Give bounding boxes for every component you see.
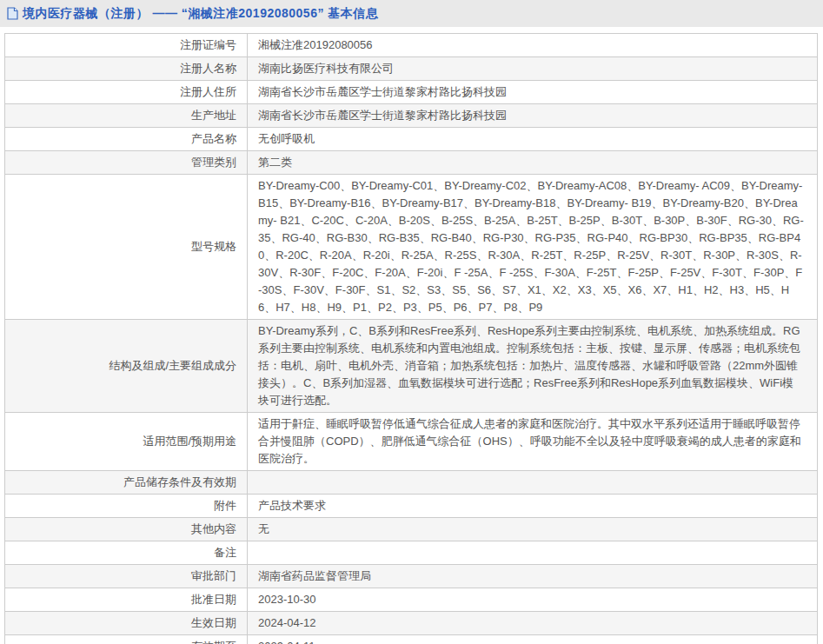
row-label: 其他内容 [191,522,236,535]
row-label-cell: 结构及组成/主要组成成分 [5,320,248,413]
row-value: 湖南比扬医疗科技有限公司 [258,62,394,75]
row-value-cell [248,471,818,495]
row-value-cell: 产品技术要求 [248,495,818,518]
row-value-cell: BY-Dreamy-C00、BY-Dreamy-C01、BY-Dreamy-C0… [248,175,818,320]
row-value-cell: 湘械注准20192080056 [248,34,818,57]
row-label: 注册证编号 [180,38,236,51]
row-label-cell: 产品储存条件及有效期 [5,471,248,495]
row-label: 备注 [214,546,236,559]
table-row: 注册人名称湖南比扬医疗科技有限公司 [5,57,818,81]
row-value: 适用于鼾症、睡眠呼吸暂停低通气综合征成人患者的家庭和医院治疗。其中双水平系列还适… [258,417,801,465]
row-value-cell: BY-Dreamy系列，C、B系列和ResFree系列、ResHope系列主要由… [248,320,818,413]
table-row: 产品名称无创呼吸机 [5,128,818,151]
table-row: 型号规格BY-Dreamy-C00、BY-Dreamy-C01、BY-Dream… [5,175,818,320]
row-value-cell: 湖南省长沙市岳麓区学士街道黎家村路比扬科技园 [248,104,818,128]
row-label-cell: 适用范围/预期用途 [5,413,248,471]
row-label: 管理类别 [191,156,236,169]
row-value-cell: 2024-04-12 [248,612,818,635]
row-value: 无 [258,522,269,535]
row-value-cell: 2029-04-11 [248,635,818,644]
row-label: 批准日期 [191,593,236,606]
page-header: 境内医疗器械（注册） —— “湘械注准20192080056” 基本信息 [0,0,823,27]
registration-info-page: 境内医疗器械（注册） —— “湘械注准20192080056” 基本信息 注册证… [0,0,823,644]
row-label: 产品储存条件及有效期 [123,475,236,488]
row-label: 适用范围/预期用途 [143,435,236,448]
row-value: 2024-04-12 [258,616,316,629]
row-label: 注册人名称 [180,62,236,75]
row-value: 湘械注准20192080056 [258,38,373,51]
row-label-cell: 注册人名称 [5,57,248,81]
row-value-cell: 湖南比扬医疗科技有限公司 [248,57,818,81]
row-value-cell: 第二类 [248,151,818,175]
table-row: 注册人住所湖南省长沙市岳麓区学士街道黎家村路比扬科技园 [5,81,818,104]
row-value-cell: 2023-10-30 [248,588,818,612]
table-row: 其他内容无 [5,518,818,541]
table-body: 注册证编号湘械注准20192080056注册人名称湖南比扬医疗科技有限公司注册人… [5,34,818,644]
row-label-cell: 其他内容 [5,518,248,541]
row-value: 湖南省药品监督管理局 [258,569,371,582]
row-label: 生产地址 [191,109,236,122]
row-label-cell: 批准日期 [5,588,248,612]
row-label-cell: 注册人住所 [5,81,248,104]
document-icon [7,7,18,20]
row-label: 有效期至 [191,640,236,644]
row-label-cell: 备注 [5,541,248,565]
row-value: BY-Dreamy系列，C、B系列和ResFree系列、ResHope系列主要由… [258,324,800,407]
row-label-cell: 注册证编号 [5,34,248,57]
table-row: 备注 [5,541,818,565]
table-row: 附件产品技术要求 [5,495,818,518]
table-row: 注册证编号湘械注准20192080056 [5,34,818,57]
row-value: 湖南省长沙市岳麓区学士街道黎家村路比扬科技园 [258,109,507,122]
row-label-cell: 审批部门 [5,565,248,588]
row-value: 第二类 [258,156,292,169]
row-label: 审批部门 [191,569,236,582]
row-value: BY-Dreamy-C00、BY-Dreamy-C01、BY-Dreamy-C0… [258,179,804,314]
row-value-cell: 无 [248,518,818,541]
row-label: 生效日期 [191,616,236,629]
row-label: 结构及组成/主要组成成分 [109,359,236,372]
row-value-cell: 湖南省长沙市岳麓区学士街道黎家村路比扬科技园 [248,81,818,104]
table-row: 有效期至2029-04-11 [5,635,818,644]
row-label-cell: 生产地址 [5,104,248,128]
row-value-cell: 湖南省药品监督管理局 [248,565,818,588]
row-label: 附件 [214,499,236,512]
row-value-cell: 适用于鼾症、睡眠呼吸暂停低通气综合征成人患者的家庭和医院治疗。其中双水平系列还适… [248,413,818,471]
row-label: 型号规格 [191,240,236,253]
table-row: 适用范围/预期用途适用于鼾症、睡眠呼吸暂停低通气综合征成人患者的家庭和医院治疗。… [5,413,818,471]
row-value: 湖南省长沙市岳麓区学士街道黎家村路比扬科技园 [258,85,507,98]
row-value: 产品技术要求 [258,499,326,512]
row-label-cell: 型号规格 [5,175,248,320]
page-title: 境内医疗器械（注册） —— “湘械注准20192080056” 基本信息 [23,6,378,22]
row-label-cell: 管理类别 [5,151,248,175]
row-label-cell: 产品名称 [5,128,248,151]
row-value-cell [248,541,818,565]
row-label: 产品名称 [191,132,236,145]
table-row: 生产地址湖南省长沙市岳麓区学士街道黎家村路比扬科技园 [5,104,818,128]
row-value: 无创呼吸机 [258,132,315,145]
row-label-cell: 有效期至 [5,635,248,644]
row-label: 注册人住所 [180,85,236,98]
row-value-cell: 无创呼吸机 [248,128,818,151]
table-row: 管理类别第二类 [5,151,818,175]
table-row: 结构及组成/主要组成成分BY-Dreamy系列，C、B系列和ResFree系列、… [5,320,818,413]
row-value: 2023-10-30 [258,593,316,606]
table-row: 批准日期2023-10-30 [5,588,818,612]
row-label-cell: 附件 [5,495,248,518]
row-value: 2029-04-11 [258,640,315,644]
row-label-cell: 生效日期 [5,612,248,635]
table-row: 审批部门湖南省药品监督管理局 [5,565,818,588]
table-row: 产品储存条件及有效期 [5,471,818,495]
registration-info-table: 注册证编号湘械注准20192080056注册人名称湖南比扬医疗科技有限公司注册人… [4,33,818,644]
table-row: 生效日期2024-04-12 [5,612,818,635]
